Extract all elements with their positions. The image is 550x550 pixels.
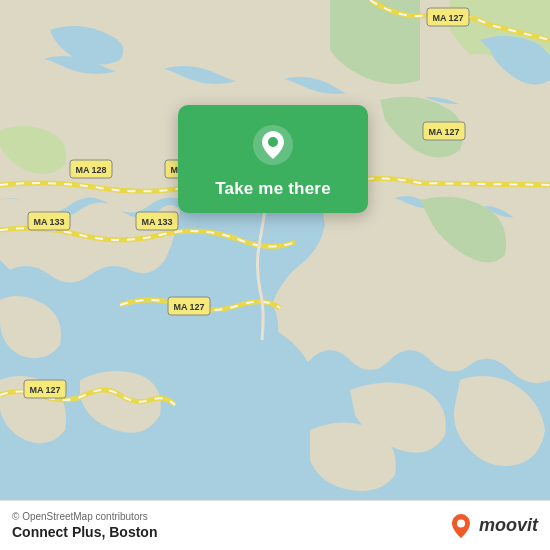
svg-text:MA 133: MA 133 (141, 217, 172, 227)
location-pin-icon (251, 123, 295, 167)
moovit-text: moovit (479, 515, 538, 536)
app-info: © OpenStreetMap contributors Connect Plu… (12, 511, 157, 540)
svg-text:MA 133: MA 133 (33, 217, 64, 227)
svg-text:MA 127: MA 127 (432, 13, 463, 23)
bottom-bar: © OpenStreetMap contributors Connect Plu… (0, 500, 550, 550)
map-view: MA 127 MA 128 MA 127 MA 127 MA 133 MA 13… (0, 0, 550, 500)
map-svg: MA 127 MA 128 MA 127 MA 127 MA 133 MA 13… (0, 0, 550, 500)
location-popup[interactable]: Take me there (178, 105, 368, 213)
popup-label: Take me there (215, 179, 331, 199)
osm-credit: © OpenStreetMap contributors (12, 511, 157, 522)
svg-text:MA 128: MA 128 (75, 165, 106, 175)
svg-text:MA 127: MA 127 (29, 385, 60, 395)
svg-point-18 (268, 137, 278, 147)
svg-text:MA 127: MA 127 (173, 302, 204, 312)
svg-point-19 (457, 519, 465, 527)
moovit-logo: moovit (447, 512, 538, 540)
moovit-pin-icon (447, 512, 475, 540)
svg-text:MA 127: MA 127 (428, 127, 459, 137)
app-name: Connect Plus, Boston (12, 524, 157, 540)
